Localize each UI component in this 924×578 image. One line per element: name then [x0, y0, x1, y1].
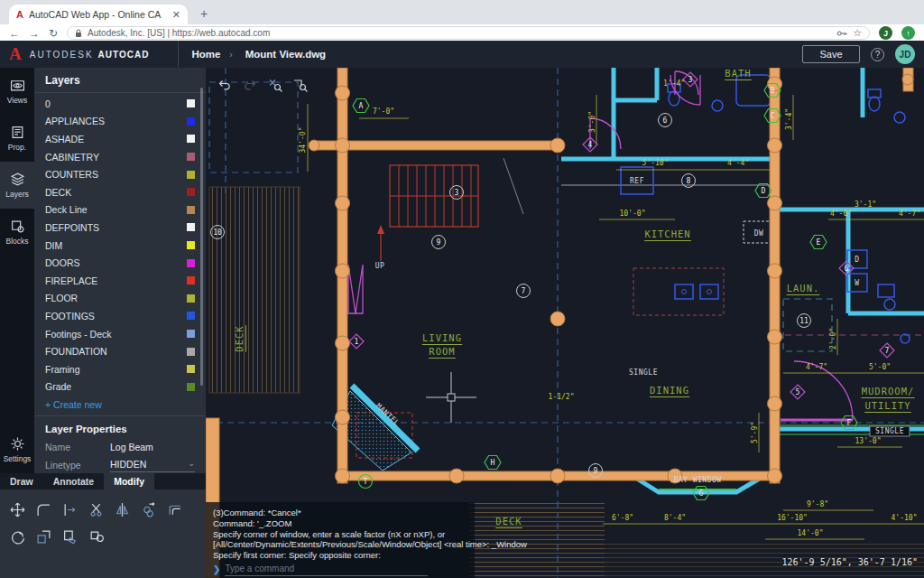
- zoom-window-icon: [292, 77, 309, 93]
- sidebar-item-views[interactable]: Views: [0, 68, 34, 115]
- layer-row[interactable]: Grade: [34, 378, 206, 396]
- layer-row[interactable]: Deck Line: [34, 201, 206, 219]
- tool-ribbon: DrawAnnotateModify: [0, 473, 206, 578]
- plan-dimension: 1-1/2": [549, 393, 575, 401]
- sidebar-item-settings[interactable]: Settings: [0, 426, 34, 473]
- svg-text:16'-10": 16'-10": [777, 514, 808, 522]
- tool-match-button[interactable]: [57, 523, 83, 550]
- tool-scale-button[interactable]: [31, 523, 57, 550]
- layer-color-swatch[interactable]: [187, 99, 195, 107]
- tool-copy-button[interactable]: [135, 496, 162, 523]
- layer-color-swatch[interactable]: [187, 294, 195, 303]
- svg-text:G: G: [699, 489, 704, 498]
- svg-text:3: 3: [688, 76, 693, 84]
- layer-row[interactable]: DECK: [34, 183, 206, 201]
- layer-row[interactable]: COUNTERS: [34, 165, 206, 183]
- layer-list: 0APPLIANCESASHADECABINETRYCOUNTERSDECKDe…: [34, 93, 206, 396]
- layer-color-swatch[interactable]: [187, 171, 195, 179]
- new-tab-button[interactable]: +: [200, 6, 208, 21]
- room-label: DINING: [650, 385, 689, 397]
- extension-icon[interactable]: ↑: [901, 26, 915, 40]
- forward-icon[interactable]: →: [29, 28, 40, 39]
- gear-icon: [10, 436, 25, 452]
- layer-color-swatch[interactable]: [187, 188, 195, 196]
- command-input[interactable]: ❯ Type a command: [213, 564, 467, 576]
- redo-icon: [242, 77, 258, 93]
- undo-button[interactable]: [215, 75, 234, 94]
- linetype-dropdown[interactable]: HIDDEN⌄: [110, 459, 195, 472]
- user-avatar[interactable]: JD: [895, 44, 915, 64]
- plan-marker: 5: [790, 385, 805, 399]
- sidebar-item-prop[interactable]: Prop.: [0, 115, 34, 162]
- crosshair-cursor: [426, 372, 476, 423]
- layer-color-swatch[interactable]: [187, 206, 195, 214]
- layer-row[interactable]: DOORS: [34, 254, 206, 272]
- svg-text:LIVING: LIVING: [422, 332, 462, 343]
- svg-text:10: 10: [213, 228, 222, 237]
- tool-offset-button[interactable]: [162, 496, 188, 523]
- layer-row[interactable]: DIM: [34, 237, 206, 255]
- layer-color-swatch[interactable]: [187, 383, 195, 391]
- layer-color-swatch[interactable]: [187, 259, 195, 267]
- redo-button[interactable]: [240, 75, 259, 94]
- layer-color-swatch[interactable]: [187, 117, 195, 126]
- tool-fillet-button[interactable]: [31, 496, 57, 523]
- brand-autocad: AUTOCAD: [98, 50, 150, 60]
- layer-color-swatch[interactable]: [187, 223, 195, 231]
- sidebar-item-layers[interactable]: Layers: [0, 162, 34, 209]
- tool-extend-button[interactable]: [57, 496, 83, 523]
- tool-move-button[interactable]: [5, 496, 31, 523]
- layer-color-swatch[interactable]: [187, 276, 195, 284]
- tool-mirror-button[interactable]: [109, 496, 135, 523]
- layer-row[interactable]: 0: [34, 95, 206, 113]
- layer-row[interactable]: Framing: [34, 360, 206, 378]
- layer-color-swatch[interactable]: [187, 330, 195, 338]
- key-icon[interactable]: [836, 29, 847, 38]
- plan-dimension: 2'-0": [829, 328, 837, 350]
- address-bar[interactable]: Autodesk, Inc. [US] | https://web.autoca…: [67, 26, 870, 40]
- sidebar-item-blocks[interactable]: Blocks: [0, 209, 34, 256]
- layer-row[interactable]: APPLIANCES: [34, 113, 206, 131]
- panel-scrollbar[interactable]: [200, 88, 203, 386]
- back-icon[interactable]: ←: [9, 28, 20, 39]
- browser-tab[interactable]: A AutoCAD Web App - Online CA ✕: [9, 5, 188, 24]
- bookmark-star-icon[interactable]: ☆: [853, 27, 862, 39]
- help-icon[interactable]: ?: [871, 48, 884, 61]
- plan-marker: 3: [683, 72, 698, 87]
- zoom-previous-button[interactable]: [265, 75, 284, 94]
- layer-row[interactable]: FLOOR: [34, 290, 206, 308]
- tab-draw[interactable]: Draw: [0, 473, 43, 489]
- ribbon-tabs: DrawAnnotateModify: [0, 473, 206, 489]
- layer-color-swatch[interactable]: [187, 312, 195, 320]
- layer-row[interactable]: Footings - Deck: [34, 325, 206, 343]
- browser-profile-avatar[interactable]: J: [879, 26, 892, 40]
- tab-close-icon[interactable]: ✕: [172, 9, 180, 21]
- save-button[interactable]: Save: [802, 45, 860, 63]
- create-new-layer-button[interactable]: + Create new: [34, 396, 206, 416]
- room-label: LIVING: [422, 332, 462, 345]
- reload-icon[interactable]: ↻: [49, 28, 58, 39]
- tool-rotate-button[interactable]: [5, 523, 31, 550]
- undo-icon: [217, 77, 233, 93]
- layer-row[interactable]: FOOTINGS: [34, 307, 206, 325]
- layer-color-swatch[interactable]: [187, 241, 195, 249]
- tool-explode-button[interactable]: [83, 523, 109, 550]
- layer-color-swatch[interactable]: [187, 153, 195, 161]
- zoom-window-button[interactable]: [291, 75, 310, 94]
- layer-row[interactable]: CABINETRY: [34, 148, 206, 166]
- layer-row[interactable]: ASHADE: [34, 130, 206, 148]
- layer-row[interactable]: FIREPLACE: [34, 272, 206, 290]
- tool-trim-button[interactable]: [83, 496, 109, 523]
- tab-annotate[interactable]: Annotate: [43, 473, 105, 489]
- layer-color-swatch[interactable]: [187, 135, 195, 143]
- layer-color-swatch[interactable]: [187, 365, 195, 373]
- breadcrumb-home[interactable]: Home: [191, 49, 220, 60]
- layer-color-swatch[interactable]: [187, 348, 195, 356]
- layer-row[interactable]: DEFPOINTS: [34, 219, 206, 237]
- tab-modify[interactable]: Modify: [104, 473, 154, 489]
- drawing-canvas[interactable]: 1039786119134567ABCDEFGHT BATHKITCHENLIV…: [206, 68, 924, 578]
- room-label: KITCHEN: [644, 228, 691, 241]
- svg-text:3'-0": 3'-0": [588, 111, 596, 133]
- layer-row[interactable]: FOUNDATION: [34, 342, 206, 360]
- svg-text:REF: REF: [630, 177, 644, 185]
